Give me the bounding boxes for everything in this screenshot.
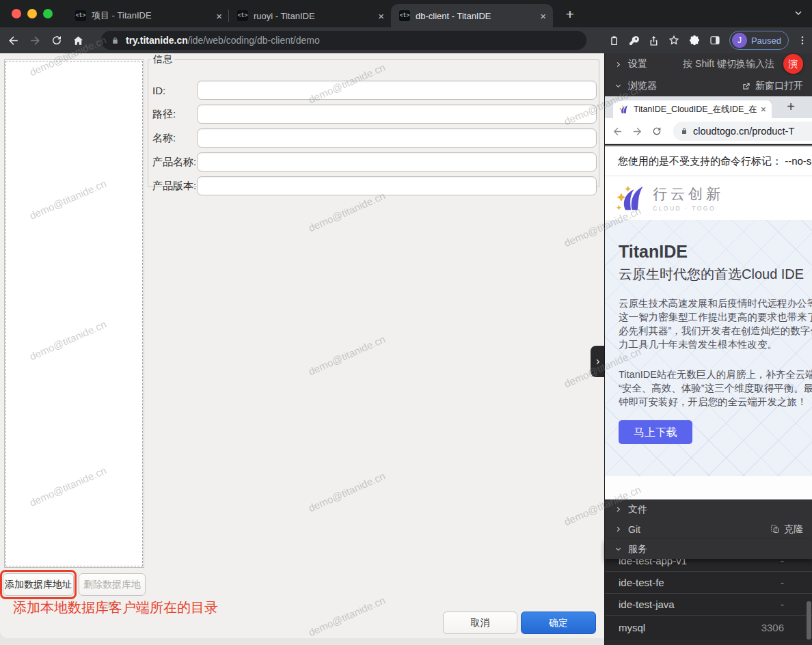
close-tab-icon[interactable]: × xyxy=(378,10,384,22)
share-icon[interactable] xyxy=(648,35,660,46)
tab-title: ruoyi - TitanIDE xyxy=(254,11,373,21)
browser-tab-strip: <t> 项目 - TitanIDE × <t> ruoyi - TitanIDE… xyxy=(0,0,812,27)
service-port: - xyxy=(743,577,784,588)
product-version-label: 产品版本: xyxy=(152,180,196,193)
browser-window: <t> 项目 - TitanIDE × <t> ruoyi - TitanIDE… xyxy=(0,0,812,645)
lock-icon[interactable] xyxy=(111,36,120,45)
browser-tab-ruoyi[interactable]: <t> ruoyi - TitanIDE × xyxy=(229,4,391,27)
open-new-window-button[interactable]: 新窗口打开 xyxy=(742,80,803,92)
cancel-button[interactable]: 取消 xyxy=(443,612,517,634)
close-window-button[interactable] xyxy=(12,9,21,18)
maximize-window-button[interactable] xyxy=(43,9,53,18)
window-controls xyxy=(12,9,53,18)
cloudtogo-favicon xyxy=(619,105,629,114)
service-row[interactable]: mysql3306 xyxy=(605,616,812,640)
tab-title: db-client - TitanIDE xyxy=(416,11,534,21)
services-label: 服务 xyxy=(628,543,647,555)
product-version-field[interactable] xyxy=(197,176,597,195)
mini-new-tab-button[interactable]: + xyxy=(781,98,800,117)
extensions-puzzle-icon[interactable] xyxy=(688,34,701,46)
service-row[interactable]: ide-test-fe- xyxy=(605,572,812,594)
sidebar-section-git[interactable]: Git 克隆 xyxy=(605,519,812,539)
forward-icon[interactable] xyxy=(29,34,42,47)
demo-mode-badge[interactable]: 演 xyxy=(783,54,803,74)
mini-reload-icon[interactable] xyxy=(651,126,662,137)
mini-browser-tab[interactable]: TitanIDE_CloudIDE_在线IDE_在 × xyxy=(613,100,772,118)
url-path: /ide/web/coding/db-client/demo xyxy=(188,35,320,46)
service-port: - xyxy=(743,599,784,610)
browser-section-label: 浏览器 xyxy=(628,80,657,92)
kebab-menu-icon[interactable] xyxy=(797,34,808,46)
download-now-button[interactable]: 马上下载 xyxy=(619,420,692,444)
close-tab-icon[interactable]: × xyxy=(216,10,222,22)
git-label: Git xyxy=(628,524,640,535)
hero-paragraph-1: 云原生技术高速发展和后疫情时代远程办公等新 这一智力密集型工作提出更高的要求也带… xyxy=(619,297,812,351)
services-list: ide-test-app-v1- ide-test-fe- ide-test-j… xyxy=(605,559,812,640)
mini-back-icon[interactable] xyxy=(612,126,623,137)
browser-toolbar: try.titanide.cn/ide/web/coding/db-client… xyxy=(0,27,812,53)
mini-browser-toolbar: cloudtogo.cn/product-T xyxy=(605,118,812,144)
name-field[interactable] xyxy=(197,128,597,148)
home-icon[interactable] xyxy=(72,34,85,47)
mini-close-tab-icon[interactable]: × xyxy=(761,104,766,115)
product-name-field[interactable] xyxy=(197,152,597,171)
service-name: ide-test-fe xyxy=(619,577,664,588)
path-field[interactable] xyxy=(197,105,597,124)
new-tab-button[interactable]: + xyxy=(560,5,580,25)
chevron-down-icon xyxy=(614,545,622,553)
titanide-favicon: <t> xyxy=(399,10,410,21)
open-in-new-icon xyxy=(742,81,751,91)
scrollbar-thumb[interactable] xyxy=(807,601,811,640)
sidebar-section-settings[interactable]: 设置 按 Shift 键切换输入法 演 xyxy=(605,53,812,75)
add-database-address-button[interactable]: 添加数据库地址 xyxy=(3,573,74,596)
titanide-favicon: <t> xyxy=(237,10,248,21)
page-gap xyxy=(605,476,812,499)
sidebar-section-services[interactable]: 服务 xyxy=(605,539,812,559)
url-host: try.titanide.cn xyxy=(126,35,188,46)
titanide-favicon: <t> xyxy=(75,10,86,21)
name-label: 名称: xyxy=(152,132,176,145)
hero-paragraph-2: TitanIDE站在无数巨人的肩膀上，补齐全云端开 “安全、高效、体验”这三个维… xyxy=(619,368,812,409)
db-client-page: 信息 ID: 路径: 名称: 产品名称: 产品版本: 添加数据库地址 删除数据库… xyxy=(0,53,604,645)
service-name: ide-test-java xyxy=(619,599,675,610)
sidebar-section-browser[interactable]: 浏览器 新窗口打开 xyxy=(605,75,812,96)
database-address-listbox[interactable] xyxy=(4,59,144,568)
close-tab-icon[interactable]: × xyxy=(540,10,546,22)
ime-hint-text: 按 Shift 键切换输入法 xyxy=(683,58,774,70)
tab-search-chevron-icon[interactable] xyxy=(793,8,804,18)
delete-database-address-button[interactable]: 删除数据库地址 xyxy=(79,573,146,596)
sidebar-collapse-handle[interactable] xyxy=(591,346,604,377)
service-row[interactable]: ide-test-java- xyxy=(605,594,812,616)
info-fieldset: 信息 ID: 路径: 名称: 产品名称: 产品版本: xyxy=(148,53,599,187)
clone-icon xyxy=(770,524,780,534)
service-port: - xyxy=(743,559,784,566)
minimize-window-button[interactable] xyxy=(27,9,37,18)
mini-forward-icon[interactable] xyxy=(632,126,643,137)
ok-button[interactable]: 确定 xyxy=(521,612,596,634)
profile-paused-pill[interactable]: J Paused xyxy=(729,31,789,50)
product-name-label: 产品名称: xyxy=(152,156,196,169)
browser-tab-db-client[interactable]: <t> db-client - TitanIDE × xyxy=(391,4,553,27)
files-label: 文件 xyxy=(628,504,647,516)
split-screen-icon[interactable] xyxy=(709,34,721,46)
info-legend: 信息 xyxy=(151,53,174,66)
brand-subtitle: CLOUD · TOGO xyxy=(653,205,724,212)
cloudtogo-logo: 行云创新 CLOUD · TOGO xyxy=(605,176,812,220)
reload-icon[interactable] xyxy=(51,34,63,46)
sidebar-section-files[interactable]: 文件 xyxy=(605,499,812,519)
chevron-right-icon xyxy=(614,525,622,533)
bookmark-star-icon[interactable] xyxy=(668,34,680,46)
chevron-down-icon xyxy=(614,82,622,90)
clipboard-icon[interactable] xyxy=(608,35,620,46)
hero-title: TitanIDE xyxy=(619,242,688,262)
back-icon[interactable] xyxy=(7,34,20,47)
service-row[interactable]: ide-test-app-v1- xyxy=(605,559,812,572)
browser-tab-project[interactable]: <t> 项目 - TitanIDE × xyxy=(67,4,229,27)
sidebar-bottom-strip xyxy=(605,640,812,645)
git-clone-button[interactable]: 克隆 xyxy=(770,523,803,536)
id-field[interactable] xyxy=(197,81,597,100)
address-bar[interactable]: try.titanide.cn/ide/web/coding/db-client… xyxy=(101,31,586,50)
key-icon[interactable] xyxy=(628,35,640,46)
service-name: mysql xyxy=(619,622,645,633)
mini-address-bar[interactable]: cloudtogo.cn/product-T xyxy=(673,122,812,141)
